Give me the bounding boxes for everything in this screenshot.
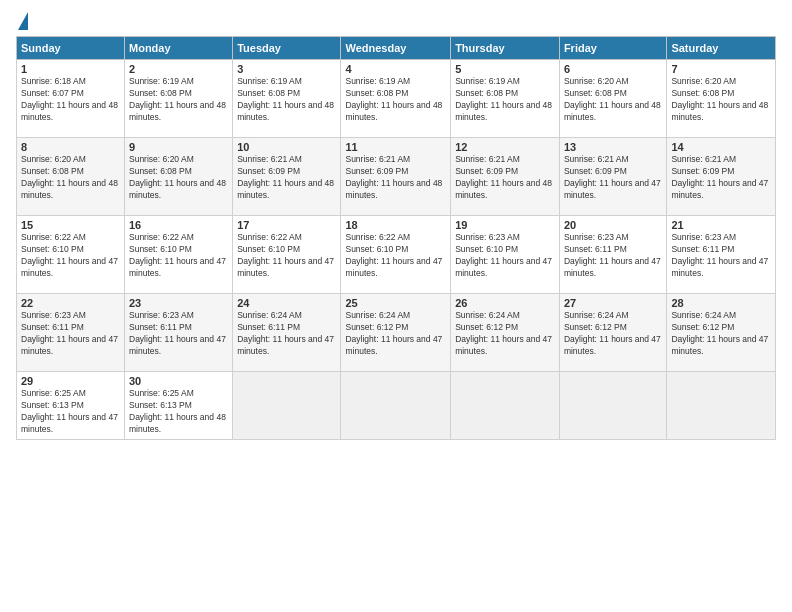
sunrise-text: Sunrise: 6:22 AM — [237, 232, 336, 244]
day-info: Sunrise: 6:24 AM Sunset: 6:12 PM Dayligh… — [345, 310, 446, 358]
day-info: Sunrise: 6:18 AM Sunset: 6:07 PM Dayligh… — [21, 76, 120, 124]
calendar-weekday-header: Saturday — [667, 37, 776, 60]
calendar-day-cell: 27 Sunrise: 6:24 AM Sunset: 6:12 PM Dayl… — [559, 294, 666, 372]
calendar-weekday-header: Wednesday — [341, 37, 451, 60]
sunset-text: Sunset: 6:13 PM — [21, 400, 120, 412]
daylight-text: Daylight: 11 hours and 47 minutes. — [671, 334, 771, 358]
day-number: 10 — [237, 141, 336, 153]
calendar-day-cell: 6 Sunrise: 6:20 AM Sunset: 6:08 PM Dayli… — [559, 60, 666, 138]
sunrise-text: Sunrise: 6:23 AM — [671, 232, 771, 244]
day-info: Sunrise: 6:24 AM Sunset: 6:12 PM Dayligh… — [671, 310, 771, 358]
sunset-text: Sunset: 6:11 PM — [671, 244, 771, 256]
daylight-text: Daylight: 11 hours and 47 minutes. — [455, 334, 555, 358]
calendar-day-cell: 23 Sunrise: 6:23 AM Sunset: 6:11 PM Dayl… — [125, 294, 233, 372]
day-number: 15 — [21, 219, 120, 231]
sunrise-text: Sunrise: 6:20 AM — [671, 76, 771, 88]
sunset-text: Sunset: 6:09 PM — [345, 166, 446, 178]
sunrise-text: Sunrise: 6:20 AM — [21, 154, 120, 166]
day-info: Sunrise: 6:21 AM Sunset: 6:09 PM Dayligh… — [345, 154, 446, 202]
calendar-day-cell: 7 Sunrise: 6:20 AM Sunset: 6:08 PM Dayli… — [667, 60, 776, 138]
day-info: Sunrise: 6:24 AM Sunset: 6:12 PM Dayligh… — [564, 310, 662, 358]
day-number: 6 — [564, 63, 662, 75]
sunset-text: Sunset: 6:08 PM — [564, 88, 662, 100]
sunset-text: Sunset: 6:10 PM — [455, 244, 555, 256]
calendar-page: SundayMondayTuesdayWednesdayThursdayFrid… — [0, 0, 792, 612]
sunset-text: Sunset: 6:12 PM — [455, 322, 555, 334]
header — [16, 12, 776, 28]
sunrise-text: Sunrise: 6:21 AM — [564, 154, 662, 166]
daylight-text: Daylight: 11 hours and 47 minutes. — [21, 412, 120, 436]
day-number: 23 — [129, 297, 228, 309]
day-info: Sunrise: 6:19 AM Sunset: 6:08 PM Dayligh… — [237, 76, 336, 124]
sunrise-text: Sunrise: 6:25 AM — [21, 388, 120, 400]
day-info: Sunrise: 6:21 AM Sunset: 6:09 PM Dayligh… — [564, 154, 662, 202]
daylight-text: Daylight: 11 hours and 48 minutes. — [455, 100, 555, 124]
day-number: 24 — [237, 297, 336, 309]
daylight-text: Daylight: 11 hours and 47 minutes. — [564, 178, 662, 202]
day-info: Sunrise: 6:19 AM Sunset: 6:08 PM Dayligh… — [455, 76, 555, 124]
sunset-text: Sunset: 6:12 PM — [345, 322, 446, 334]
calendar-day-cell: 26 Sunrise: 6:24 AM Sunset: 6:12 PM Dayl… — [451, 294, 560, 372]
calendar-weekday-header: Tuesday — [233, 37, 341, 60]
sunrise-text: Sunrise: 6:19 AM — [129, 76, 228, 88]
day-number: 17 — [237, 219, 336, 231]
calendar-day-cell: 8 Sunrise: 6:20 AM Sunset: 6:08 PM Dayli… — [17, 138, 125, 216]
day-info: Sunrise: 6:23 AM Sunset: 6:11 PM Dayligh… — [564, 232, 662, 280]
sunrise-text: Sunrise: 6:24 AM — [564, 310, 662, 322]
sunrise-text: Sunrise: 6:24 AM — [671, 310, 771, 322]
day-number: 20 — [564, 219, 662, 231]
calendar-week-row: 1 Sunrise: 6:18 AM Sunset: 6:07 PM Dayli… — [17, 60, 776, 138]
day-number: 5 — [455, 63, 555, 75]
sunset-text: Sunset: 6:09 PM — [455, 166, 555, 178]
sunrise-text: Sunrise: 6:23 AM — [21, 310, 120, 322]
daylight-text: Daylight: 11 hours and 48 minutes. — [21, 178, 120, 202]
daylight-text: Daylight: 11 hours and 48 minutes. — [237, 100, 336, 124]
sunset-text: Sunset: 6:09 PM — [671, 166, 771, 178]
day-info: Sunrise: 6:24 AM Sunset: 6:12 PM Dayligh… — [455, 310, 555, 358]
day-info: Sunrise: 6:20 AM Sunset: 6:08 PM Dayligh… — [671, 76, 771, 124]
day-info: Sunrise: 6:22 AM Sunset: 6:10 PM Dayligh… — [237, 232, 336, 280]
daylight-text: Daylight: 11 hours and 47 minutes. — [129, 256, 228, 280]
sunrise-text: Sunrise: 6:24 AM — [455, 310, 555, 322]
logo-triangle-icon — [18, 12, 28, 30]
daylight-text: Daylight: 11 hours and 47 minutes. — [21, 256, 120, 280]
day-number: 8 — [21, 141, 120, 153]
calendar-day-cell: 20 Sunrise: 6:23 AM Sunset: 6:11 PM Dayl… — [559, 216, 666, 294]
calendar-week-row: 29 Sunrise: 6:25 AM Sunset: 6:13 PM Dayl… — [17, 372, 776, 440]
day-info: Sunrise: 6:19 AM Sunset: 6:08 PM Dayligh… — [129, 76, 228, 124]
day-info: Sunrise: 6:21 AM Sunset: 6:09 PM Dayligh… — [671, 154, 771, 202]
sunset-text: Sunset: 6:10 PM — [129, 244, 228, 256]
calendar-table: SundayMondayTuesdayWednesdayThursdayFrid… — [16, 36, 776, 440]
calendar-day-cell: 14 Sunrise: 6:21 AM Sunset: 6:09 PM Dayl… — [667, 138, 776, 216]
calendar-day-cell: 22 Sunrise: 6:23 AM Sunset: 6:11 PM Dayl… — [17, 294, 125, 372]
calendar-day-cell: 18 Sunrise: 6:22 AM Sunset: 6:10 PM Dayl… — [341, 216, 451, 294]
sunrise-text: Sunrise: 6:24 AM — [237, 310, 336, 322]
calendar-day-cell — [451, 372, 560, 440]
calendar-day-cell: 4 Sunrise: 6:19 AM Sunset: 6:08 PM Dayli… — [341, 60, 451, 138]
day-number: 22 — [21, 297, 120, 309]
calendar-day-cell: 17 Sunrise: 6:22 AM Sunset: 6:10 PM Dayl… — [233, 216, 341, 294]
day-info: Sunrise: 6:20 AM Sunset: 6:08 PM Dayligh… — [129, 154, 228, 202]
day-info: Sunrise: 6:23 AM Sunset: 6:11 PM Dayligh… — [671, 232, 771, 280]
day-info: Sunrise: 6:24 AM Sunset: 6:11 PM Dayligh… — [237, 310, 336, 358]
daylight-text: Daylight: 11 hours and 47 minutes. — [345, 256, 446, 280]
calendar-day-cell: 21 Sunrise: 6:23 AM Sunset: 6:11 PM Dayl… — [667, 216, 776, 294]
sunset-text: Sunset: 6:12 PM — [564, 322, 662, 334]
sunrise-text: Sunrise: 6:23 AM — [564, 232, 662, 244]
sunrise-text: Sunrise: 6:22 AM — [129, 232, 228, 244]
day-number: 2 — [129, 63, 228, 75]
daylight-text: Daylight: 11 hours and 48 minutes. — [129, 412, 228, 436]
daylight-text: Daylight: 11 hours and 48 minutes. — [345, 100, 446, 124]
day-info: Sunrise: 6:23 AM Sunset: 6:11 PM Dayligh… — [129, 310, 228, 358]
calendar-weekday-header: Friday — [559, 37, 666, 60]
calendar-day-cell: 13 Sunrise: 6:21 AM Sunset: 6:09 PM Dayl… — [559, 138, 666, 216]
sunset-text: Sunset: 6:10 PM — [21, 244, 120, 256]
calendar-day-cell — [559, 372, 666, 440]
day-number: 14 — [671, 141, 771, 153]
sunset-text: Sunset: 6:08 PM — [129, 166, 228, 178]
sunrise-text: Sunrise: 6:23 AM — [455, 232, 555, 244]
daylight-text: Daylight: 11 hours and 47 minutes. — [455, 256, 555, 280]
sunrise-text: Sunrise: 6:19 AM — [345, 76, 446, 88]
sunset-text: Sunset: 6:08 PM — [455, 88, 555, 100]
day-number: 13 — [564, 141, 662, 153]
